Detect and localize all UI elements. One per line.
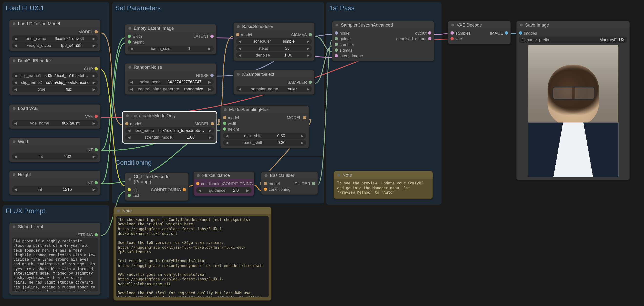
- group-title: Conditioning: [116, 159, 321, 166]
- widget-lora-name[interactable]: ◀lora_nameflux/realism_lora.safetensors▶: [125, 128, 214, 134]
- widget-clip-name1[interactable]: ◀clip_name1sd3m/t5xxl_fp16.safetensors▶: [12, 72, 98, 78]
- node-flux-guidance[interactable]: FluxGuidance conditioningCONDITIONING ◀g…: [193, 171, 254, 196]
- port-model-in[interactable]: [223, 116, 226, 119]
- widget-width-int[interactable]: ◀int832▶: [12, 153, 98, 159]
- port-cond-out[interactable]: [182, 188, 186, 191]
- widget-weight-dtype[interactable]: ◀weight_dtypefp8_e4m3fn▶: [12, 42, 98, 48]
- port-samples-in[interactable]: [450, 31, 454, 35]
- port-noise-in[interactable]: [335, 31, 338, 35]
- node-title: Width: [18, 139, 29, 144]
- node-basic-scheduler[interactable]: BasicScheduler modelSIGMAS ◀schedulersim…: [233, 22, 315, 61]
- node-width[interactable]: Width INT ◀int832▶: [9, 138, 101, 162]
- port-model-out[interactable]: [94, 30, 98, 33]
- node-ksampler-select[interactable]: KSamplerSelect SAMPLER ◀sampler_nameeule…: [233, 70, 315, 95]
- node-sampler-custom-advanced[interactable]: SamplerCustomAdvanced noiseoutput guider…: [332, 21, 434, 61]
- port-guider-in[interactable]: [335, 37, 338, 40]
- node-note-preview[interactable]: Note To see the preview, update your Com…: [334, 171, 433, 199]
- port-width-in[interactable]: [128, 35, 131, 38]
- node-dual-clip-loader[interactable]: DualCLIPLoader CLIP ◀clip_name1sd3m/t5xx…: [9, 56, 101, 95]
- node-title: Load Diffusion Model: [18, 21, 60, 26]
- widget-guidance[interactable]: ◀guidance2.0▶: [196, 187, 252, 193]
- node-load-vae[interactable]: Load VAE VAE ◀vae_nameflux/ae.sft▶: [9, 104, 101, 129]
- port-clip-out[interactable]: [94, 67, 98, 70]
- widget-sampler-name[interactable]: ◀sampler_nameeuler▶: [236, 86, 312, 92]
- node-note-instructions[interactable]: Note: [113, 207, 272, 301]
- node-title: FluxGuidance: [202, 173, 230, 178]
- node-title: Load VAE: [18, 106, 38, 111]
- port-text-in[interactable]: [128, 194, 131, 197]
- port-sampler-out[interactable]: [308, 81, 312, 84]
- group-title: Load FLUX.1: [6, 4, 106, 12]
- image-preview: [528, 45, 618, 177]
- node-basic-guider[interactable]: BasicGuider modelGUIDER conditioning: [261, 171, 318, 195]
- port-int-out[interactable]: [94, 181, 98, 184]
- widget-max-shift[interactable]: ◀max_shift0.50▶: [223, 133, 306, 139]
- node-title: KSamplerSelect: [242, 72, 274, 76]
- port-guider-out[interactable]: [312, 182, 315, 185]
- widget-type[interactable]: ◀typeflux▶: [12, 86, 98, 92]
- node-load-diffusion-model[interactable]: Load Diffusion Model MODEL ◀unet_nameflu…: [9, 19, 101, 51]
- port-vae-in[interactable]: [450, 37, 454, 40]
- port-height-in[interactable]: [128, 40, 131, 43]
- widget-filename-prefix[interactable]: filename_prefixMarkuryFLUX: [519, 36, 627, 43]
- widget-height-int[interactable]: ◀int1216▶: [12, 186, 98, 192]
- port-image-out[interactable]: [504, 31, 508, 35]
- port-int-out[interactable]: [94, 148, 98, 151]
- widget-control-after-generate[interactable]: ◀control_after_generaterandomize▶: [128, 86, 214, 92]
- port-model-out[interactable]: [303, 116, 306, 119]
- node-model-sampling-flux[interactable]: ModelSamplingFlux modelMODEL width heigh…: [220, 106, 309, 149]
- port-latent-out[interactable]: [210, 35, 214, 38]
- group-title: FLUX Prompt: [6, 208, 106, 215]
- node-title: Save Image: [525, 22, 549, 27]
- node-title: BasicScheduler: [242, 24, 274, 29]
- note-instructions-text[interactable]: [116, 216, 269, 297]
- port-denoised-out[interactable]: [428, 37, 431, 40]
- port-output-out[interactable]: [428, 31, 431, 35]
- string-literal-text[interactable]: [12, 238, 98, 291]
- port-sampler-in[interactable]: [335, 43, 338, 46]
- port-cond-in[interactable]: [264, 188, 267, 191]
- port-latent-in[interactable]: [335, 54, 338, 57]
- node-title: SamplerCustomAdvanced: [341, 22, 393, 27]
- port-string-out[interactable]: [94, 233, 98, 236]
- widget-scheduler[interactable]: ◀schedulersimple▶: [236, 38, 312, 44]
- node-empty-latent-image[interactable]: Empty Latent Image widthLATENT height ◀b…: [125, 24, 216, 55]
- node-string-literal[interactable]: String Literal STRING: [9, 222, 101, 295]
- port-images-in[interactable]: [519, 31, 522, 35]
- node-clip-text-encode[interactable]: CLIP Text Encode (Prompt) clipCONDITIONI…: [125, 172, 189, 201]
- port-sigmas-in[interactable]: [335, 48, 338, 52]
- port-noise-out[interactable]: [210, 74, 214, 77]
- node-height[interactable]: Height INT ◀int1216▶: [9, 170, 101, 195]
- node-title: String Literal: [18, 224, 43, 229]
- port-model-in[interactable]: [264, 182, 267, 185]
- node-lora-loader-model-only[interactable]: LoraLoaderModelOnly modelMODEL ◀lora_nam…: [122, 112, 217, 143]
- port-clip-in[interactable]: [128, 188, 131, 191]
- widget-clip-name2[interactable]: ◀clip_name2sd3m/clip_l.safetensors▶: [12, 79, 98, 86]
- widget-strength-model[interactable]: ◀strength_model1.00▶: [125, 134, 214, 140]
- group-title: 1st Pass: [329, 4, 438, 12]
- widget-unet-name[interactable]: ◀unet_nameflux/flux1-dev.sft▶: [12, 35, 98, 41]
- port-model-out[interactable]: [211, 122, 214, 125]
- node-title: DualCLIPLoader: [18, 58, 51, 63]
- port-model-in[interactable]: [236, 33, 239, 36]
- node-save-image[interactable]: Save Image images filename_prefixMarkury…: [516, 21, 630, 180]
- widget-base-shift[interactable]: ◀base_shift0.30▶: [223, 140, 306, 146]
- widget-vae-name[interactable]: ◀vae_nameflux/ae.sft▶: [12, 120, 98, 126]
- port-width-in[interactable]: [223, 122, 226, 125]
- node-title: Empty Latent Image: [134, 25, 174, 30]
- node-title: CLIP Text Encode (Prompt): [134, 174, 185, 184]
- port-sigmas-out[interactable]: [308, 33, 312, 36]
- port-cond-in[interactable]: [196, 182, 199, 185]
- node-title: BasicGuider: [270, 173, 294, 178]
- node-title: Note: [342, 172, 352, 177]
- widget-steps[interactable]: ◀steps35▶: [236, 45, 312, 51]
- widget-batch-size[interactable]: ◀batch_size1▶: [128, 46, 214, 52]
- node-random-noise[interactable]: RandomNoise NOISE ◀noise_seed34227422776…: [125, 63, 216, 95]
- port-height-in[interactable]: [223, 128, 226, 131]
- widget-denoise[interactable]: ◀denoise1.00▶: [236, 52, 312, 58]
- widget-noise-seed[interactable]: ◀noise_seed342274227768747▶: [128, 79, 214, 85]
- port-model-in[interactable]: [125, 122, 128, 125]
- node-vae-decode[interactable]: VAE Decode samplesIMAGE vae: [448, 21, 511, 44]
- port-vae-out[interactable]: [94, 115, 98, 118]
- node-title: VAE Decode: [456, 22, 482, 27]
